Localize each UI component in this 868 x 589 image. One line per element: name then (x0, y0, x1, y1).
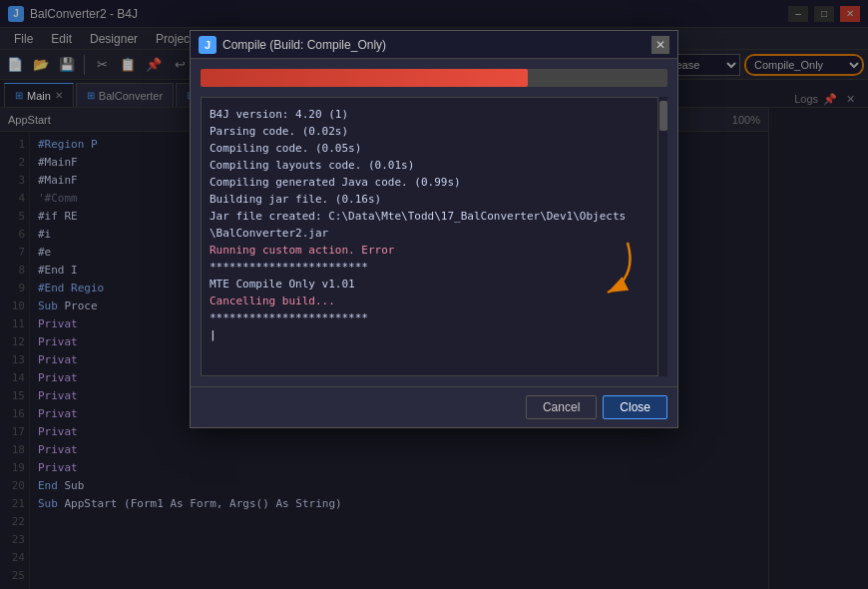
log-line: Compiling layouts code. (0.01s) (210, 157, 650, 174)
dialog-footer: Cancel Close (191, 386, 677, 427)
log-line: Building jar file. (0.16s) (210, 191, 650, 208)
log-line: Running custom action. Error (210, 242, 650, 259)
dialog-scrollbar[interactable] (657, 97, 667, 376)
cursor: | (210, 326, 650, 343)
dialog-close-btn[interactable]: ✕ (651, 36, 669, 54)
log-line: MTE Compile Only v1.01 (210, 276, 650, 293)
dialog-title: Compile (Build: Compile_Only) (222, 38, 651, 52)
log-line: Parsing code. (0.02s) (210, 123, 650, 140)
log-line: ************************ (210, 259, 650, 276)
progress-bar-container (201, 69, 667, 87)
dialog-title-bar: J Compile (Build: Compile_Only) ✕ (191, 31, 677, 59)
log-line: \BalConverter2.jar (210, 225, 650, 242)
log-line: ************************ (210, 309, 650, 326)
close-dialog-button[interactable]: Close (603, 395, 667, 419)
dialog-j-icon: J (199, 36, 217, 54)
dialog-log-wrapper: B4J version: 4.20 (1)Parsing code. (0.02… (201, 97, 667, 376)
dialog-log: B4J version: 4.20 (1)Parsing code. (0.02… (201, 97, 657, 376)
compile-dialog: J Compile (Build: Compile_Only) ✕ B4J ve… (190, 30, 678, 428)
progress-bar-fill (201, 69, 528, 87)
cancel-button[interactable]: Cancel (526, 395, 597, 419)
dialog-overlay: J Compile (Build: Compile_Only) ✕ B4J ve… (0, 0, 868, 589)
log-line: Cancelling build... (210, 293, 650, 309)
dialog-body: B4J version: 4.20 (1)Parsing code. (0.02… (191, 59, 677, 386)
log-line: Compiling generated Java code. (0.99s) (210, 174, 650, 191)
log-line: Compiling code. (0.05s) (210, 140, 650, 157)
log-line: B4J version: 4.20 (1) (210, 106, 650, 123)
log-line: Jar file created: C:\Data\Mte\Todd\17_Ba… (210, 208, 650, 225)
